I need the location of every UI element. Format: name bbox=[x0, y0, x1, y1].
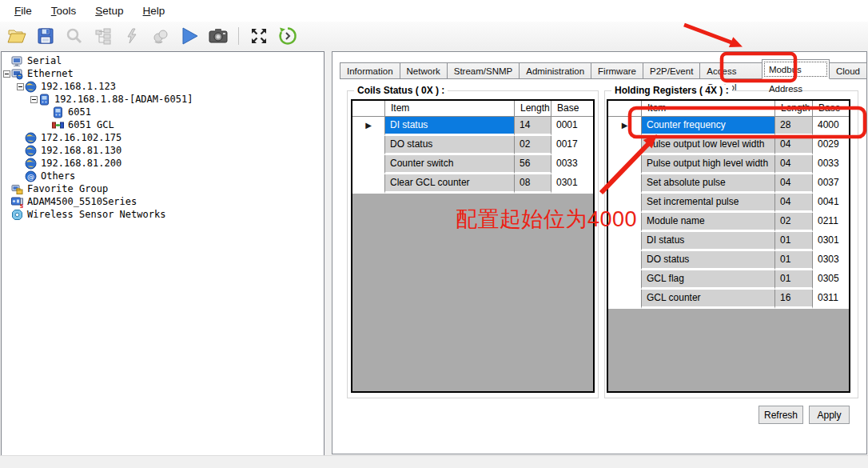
tree-item-6051[interactable]: 6051 bbox=[2, 106, 324, 118]
cell-base[interactable]: 0301 bbox=[813, 232, 849, 251]
table-row[interactable]: ▶ DI status 14 0001 bbox=[352, 117, 593, 136]
cell-length[interactable]: 04 bbox=[775, 194, 813, 213]
toolbar-run-button[interactable] bbox=[179, 26, 200, 46]
toolbar-search-button[interactable] bbox=[64, 26, 85, 46]
tab-cloud[interactable]: Cloud bbox=[829, 62, 867, 79]
cell-length[interactable]: 04 bbox=[775, 136, 813, 155]
cell-item[interactable]: Clear GCL counter bbox=[385, 174, 515, 194]
tree-item-172-16-102-175[interactable]: 172.16.102.175 bbox=[2, 131, 324, 144]
cell-length[interactable]: 08 bbox=[515, 174, 551, 194]
cell-length[interactable]: 14 bbox=[515, 117, 551, 136]
cell-length[interactable]: 56 bbox=[515, 155, 551, 174]
cell-length[interactable]: 02 bbox=[775, 213, 813, 232]
cell-length[interactable]: 04 bbox=[775, 155, 813, 174]
toolbar-group-config-button[interactable] bbox=[93, 26, 113, 46]
tree-item-192-168-1-123[interactable]: 192.168.1.123 bbox=[2, 80, 324, 93]
tree-item-serial[interactable]: Serial bbox=[2, 54, 324, 67]
tab-network[interactable]: Network bbox=[400, 62, 448, 79]
table-row[interactable]: ▶ Counter frequency 28 4000 bbox=[608, 117, 849, 136]
tree-item-6051-gcl[interactable]: 6051 GCL bbox=[2, 118, 324, 131]
table-row[interactable]: DI status 01 0301 bbox=[608, 232, 849, 251]
cell-item[interactable]: Pulse output low level width bbox=[642, 136, 775, 155]
cell-base[interactable]: 0041 bbox=[813, 194, 849, 213]
menu-setup[interactable]: Setup bbox=[86, 2, 133, 20]
cell-base[interactable]: 0311 bbox=[813, 290, 849, 309]
toolbar-quick-connect-button[interactable] bbox=[121, 26, 142, 46]
table-row[interactable]: Pulse output high level width 04 0033 bbox=[608, 155, 849, 174]
refresh-button[interactable]: Refresh bbox=[759, 406, 803, 424]
toolbar-snapshot-button[interactable] bbox=[208, 26, 229, 46]
cell-base[interactable]: 0301 bbox=[551, 174, 593, 194]
cell-length[interactable]: 01 bbox=[775, 270, 813, 290]
cell-base[interactable]: 0029 bbox=[813, 136, 849, 155]
cell-base[interactable]: 0033 bbox=[551, 155, 593, 174]
tree-item-192-168-1-88-adam-6051[interactable]: 192.168.1.88-[ADAM-6051] bbox=[2, 93, 324, 106]
menu-tools[interactable]: Tools bbox=[42, 2, 86, 20]
tree-expander-minus[interactable] bbox=[29, 93, 38, 106]
tab-access-control[interactable]: Access Control bbox=[699, 62, 762, 79]
cell-base[interactable]: 0037 bbox=[813, 174, 849, 194]
row-selector[interactable] bbox=[608, 174, 642, 194]
table-row[interactable]: Set absolute pulse 04 0037 bbox=[608, 174, 849, 194]
tab-stream-snmp[interactable]: Stream/SNMP bbox=[447, 62, 520, 79]
row-selector[interactable] bbox=[352, 136, 385, 155]
cell-base[interactable]: 0305 bbox=[813, 270, 849, 290]
table-row[interactable]: Pulse output low level width 04 0029 bbox=[608, 136, 849, 155]
table-row[interactable]: Module name 02 0211 bbox=[608, 213, 849, 232]
tree-item-adam4500-5510series[interactable]: 5 ADAM4500_5510Series bbox=[2, 195, 324, 208]
table-row[interactable]: Clear GCL counter 08 0301 bbox=[352, 174, 593, 194]
toolbar-data-exchange-button[interactable] bbox=[150, 26, 171, 46]
table-row[interactable]: GCL counter 16 0311 bbox=[608, 290, 849, 309]
tree-expander-minus[interactable] bbox=[2, 67, 11, 80]
toolbar-auto-refresh-button[interactable] bbox=[277, 26, 298, 46]
row-selector[interactable]: ▶ bbox=[608, 117, 642, 136]
row-selector[interactable] bbox=[608, 270, 642, 290]
cell-item[interactable]: DO status bbox=[642, 251, 775, 270]
cell-length[interactable]: 01 bbox=[775, 251, 813, 270]
table-row[interactable]: GCL flag 01 0305 bbox=[608, 270, 849, 290]
tree-item-wireless-sensor-networks[interactable]: Wireless Sensor Networks bbox=[2, 208, 324, 221]
apply-button[interactable]: Apply bbox=[809, 406, 850, 424]
cell-length[interactable]: 04 bbox=[775, 174, 813, 194]
row-selector[interactable] bbox=[608, 136, 642, 155]
row-selector[interactable] bbox=[352, 174, 385, 194]
row-selector[interactable] bbox=[608, 290, 642, 309]
row-selector[interactable] bbox=[608, 232, 642, 251]
cell-item[interactable]: Counter switch bbox=[385, 155, 515, 174]
cell-item[interactable]: DI status bbox=[642, 232, 775, 251]
cell-item[interactable]: Pulse output high level width bbox=[642, 155, 775, 174]
cell-base[interactable]: 0017 bbox=[551, 136, 593, 155]
table-row[interactable]: Set incremental pulse 04 0041 bbox=[608, 194, 849, 213]
tab-modbus-address[interactable]: Modbus Address bbox=[762, 59, 830, 79]
cell-base[interactable]: 4000 bbox=[813, 117, 849, 136]
row-selector[interactable] bbox=[608, 194, 642, 213]
tree-expander-minus[interactable] bbox=[15, 80, 25, 93]
cell-item[interactable]: Set incremental pulse bbox=[642, 194, 775, 213]
toolbar-save-button[interactable] bbox=[35, 26, 56, 46]
tab-administration[interactable]: Administration bbox=[519, 62, 591, 79]
tree-item-ethernet[interactable]: Ethernet bbox=[2, 67, 324, 80]
row-selector[interactable] bbox=[608, 213, 642, 232]
menu-file[interactable]: File bbox=[5, 2, 42, 20]
cell-base[interactable]: 0211 bbox=[813, 213, 849, 232]
tab-information[interactable]: Information bbox=[340, 62, 400, 79]
cell-item[interactable]: GCL counter bbox=[642, 290, 775, 309]
cell-item[interactable]: GCL flag bbox=[642, 270, 775, 290]
tab-firmware[interactable]: Firmware bbox=[591, 62, 643, 79]
tree-item-others[interactable]: @ Others bbox=[2, 170, 324, 182]
cell-base[interactable]: 0303 bbox=[813, 251, 849, 270]
tree-item-favorite-group[interactable]: Favorite Group bbox=[2, 182, 324, 195]
cell-base[interactable]: 0001 bbox=[551, 117, 593, 136]
table-row[interactable]: DO status 02 0017 bbox=[352, 136, 593, 155]
table-row[interactable]: DO status 01 0303 bbox=[608, 251, 849, 270]
row-selector[interactable] bbox=[608, 251, 642, 270]
toolbar-fullscreen-button[interactable] bbox=[249, 26, 269, 46]
cell-length[interactable]: 02 bbox=[515, 136, 551, 155]
cell-item[interactable]: DI status bbox=[385, 117, 515, 136]
row-selector[interactable] bbox=[352, 155, 385, 174]
cell-length[interactable]: 16 bbox=[775, 290, 813, 309]
cell-length[interactable]: 01 bbox=[775, 232, 813, 251]
cell-item[interactable]: DO status bbox=[385, 136, 515, 155]
table-row[interactable]: Counter switch 56 0033 bbox=[352, 155, 593, 174]
cell-item[interactable]: Module name bbox=[642, 213, 775, 232]
